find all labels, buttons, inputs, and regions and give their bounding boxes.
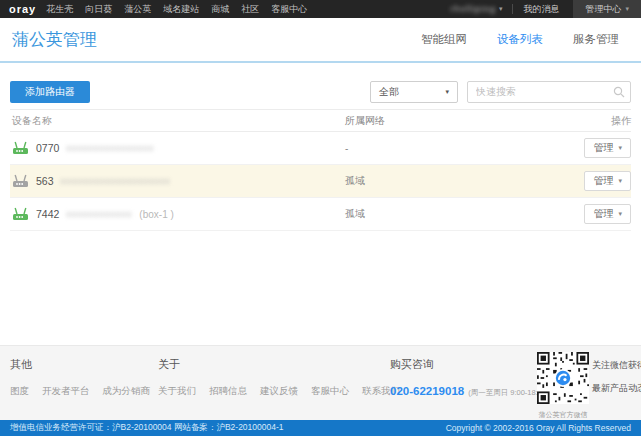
filter-select[interactable]: 全部 ▾ [370,81,458,103]
footer: 其他 图度 开发者平台 成为分销商 关于 关于我们 招聘信息 建议反馈 客服中心… [0,345,641,420]
footer-heading: 关于 [158,357,400,372]
chevron-down-icon: ▾ [625,5,629,13]
bottom-bar: 增值电信业务经营许可证：沪B2-20100004 网站备案：沪B2-201000… [0,420,641,436]
nav-item-huashengke[interactable]: 花生壳 [46,3,73,16]
router-online-icon [12,141,29,155]
footer-link-tudu[interactable]: 图度 [10,385,29,398]
nav-item-community[interactable]: 社区 [241,3,259,16]
column-header-device-name: 设备名称 [10,114,345,128]
chevron-down-icon: ▾ [445,88,449,96]
network-cell: 孤域 [345,207,569,221]
footer-link-become-distributor[interactable]: 成为分销商 [103,385,151,398]
username-menu[interactable]: rhvlliping ▾ [450,4,502,14]
toolbar-right: 全部 ▾ [370,81,631,103]
wechat-promo-line2: 最新产品动态 [592,382,641,395]
toolbar: 添加路由器 全部 ▾ [10,80,631,103]
qr-caption: 蒲公英官方微信 [537,410,589,420]
page-header: 蒲公英管理 智能组网 设备列表 服务管理 [0,18,641,63]
device-name[interactable]: 7442 [36,208,59,220]
search-icon [613,86,625,98]
footer-link-about-us[interactable]: 关于我们 [158,385,196,398]
wechat-promo-line1: 关注微信获得 [592,359,641,372]
top-nav: 花生壳 向日葵 蒲公英 域名建站 商城 社区 客服中心 [46,3,307,16]
footer-heading: 其他 [10,357,150,372]
chevron-down-icon: ▾ [618,210,622,218]
device-table: 设备名称 所属网络 操作 0770 xxxxxxxxxxxxxxxx - 管理 … [10,109,631,231]
footer-link-feedback[interactable]: 建议反馈 [260,385,298,398]
chevron-down-icon: ▾ [618,177,622,185]
topbar-right: rhvlliping ▾ 我的消息 管理中心 ▾ [450,0,641,18]
tab-smart-network[interactable]: 智能组网 [421,32,467,47]
admin-center-menu[interactable]: 管理中心 ▾ [573,0,641,18]
router-online-icon [12,207,29,221]
table-row: 0770 xxxxxxxxxxxxxxxx - 管理 ▾ [10,132,631,165]
manage-button[interactable]: 管理 ▾ [584,171,631,191]
table-row: 7442 xxxxxxxxxxxx (box-1 ) 孤域 管理 ▾ [10,198,631,231]
tab-service-management[interactable]: 服务管理 [573,32,619,47]
filter-selected-value: 全部 [379,85,399,99]
oray-logo[interactable]: oray [9,3,36,15]
wechat-qr-block: 蒲公英官方微信 [537,352,589,420]
router-offline-icon [12,174,29,188]
purchase-phone-number[interactable]: 020-62219018 [390,385,464,397]
messages-link[interactable]: 我的消息 [523,3,559,16]
footer-heading: 购买咨询 [390,357,549,372]
actions-cell: 管理 ▾ [569,138,631,158]
device-name[interactable]: 563 [36,175,54,187]
footer-link-support-center[interactable]: 客服中心 [311,385,349,398]
username-text: rhvlliping [450,4,496,14]
footer-link-recruitment[interactable]: 招聘信息 [209,385,247,398]
manage-button[interactable]: 管理 ▾ [584,204,631,224]
device-name-cell: 563 xxxxxxxxxxxxxxxxxxxx [10,174,345,188]
footer-column-about: 关于 关于我们 招聘信息 建议反馈 客服中心 联系我们 [158,357,400,398]
tab-device-list[interactable]: 设备列表 [497,32,543,47]
search-input[interactable] [467,81,631,103]
nav-item-pugongying[interactable]: 蒲公英 [124,3,151,16]
wechat-qr-code [537,352,589,404]
actions-cell: 管理 ▾ [569,171,631,191]
network-cell: - [345,143,569,154]
page-title: 蒲公英管理 [12,28,97,51]
actions-cell: 管理 ▾ [569,204,631,224]
column-header-actions: 操作 [569,114,631,128]
footer-link-developer-platform[interactable]: 开发者平台 [42,385,90,398]
chevron-down-icon: ▾ [618,144,622,152]
device-name-redacted: xxxxxxxxxxxxxxxx [66,143,154,153]
add-router-button[interactable]: 添加路由器 [10,81,90,103]
device-name-redacted: xxxxxxxxxxxx [66,209,132,219]
admin-center-label: 管理中心 [585,3,621,16]
copyright-text: Copyright © 2002-2016 Oray All Rights Re… [446,423,631,433]
manage-button-label: 管理 [593,141,613,155]
nav-item-xiangrikui[interactable]: 向日葵 [85,3,112,16]
page: oray 花生壳 向日葵 蒲公英 域名建站 商城 社区 客服中心 rhvllip… [0,0,641,436]
device-name[interactable]: 0770 [36,142,59,154]
phone-row: 020-62219018 (周一至周日 9:00-18:00) [390,385,549,398]
table-row: 563 xxxxxxxxxxxxxxxxxxxx 孤域 管理 ▾ [10,165,631,198]
device-name-cell: 7442 xxxxxxxxxxxx (box-1 ) [10,207,345,221]
footer-links: 图度 开发者平台 成为分销商 [10,385,150,398]
footer-column-purchase: 购买咨询 020-62219018 (周一至周日 9:00-18:00) [390,357,549,398]
table-header: 设备名称 所属网络 操作 [10,109,631,132]
nav-item-mall[interactable]: 商城 [211,3,229,16]
wechat-promo-text: 关注微信获得 最新产品动态 [592,359,641,405]
nav-item-domain-site[interactable]: 域名建站 [163,3,199,16]
device-name-suffix: (box-1 ) [139,209,173,220]
device-name-cell: 0770 xxxxxxxxxxxxxxxx [10,141,345,155]
manage-button-label: 管理 [593,207,613,221]
license-text: 增值电信业务经营许可证：沪B2-20100004 网站备案：沪B2-201000… [10,422,284,434]
network-cell: 孤域 [345,174,569,188]
chevron-down-icon: ▾ [499,5,503,13]
device-name-redacted: xxxxxxxxxxxxxxxxxxxx [61,176,171,186]
header-tabs: 智能组网 设备列表 服务管理 [421,32,619,47]
column-header-network: 所属网络 [345,114,569,128]
manage-button[interactable]: 管理 ▾ [584,138,631,158]
search-box [467,81,631,103]
nav-item-support[interactable]: 客服中心 [271,3,307,16]
footer-column-other: 其他 图度 开发者平台 成为分销商 [10,357,150,398]
footer-links: 关于我们 招聘信息 建议反馈 客服中心 联系我们 [158,385,400,398]
manage-button-label: 管理 [593,174,613,188]
divider [512,4,513,14]
top-navigation-bar: oray 花生壳 向日葵 蒲公英 域名建站 商城 社区 客服中心 rhvllip… [0,0,641,18]
